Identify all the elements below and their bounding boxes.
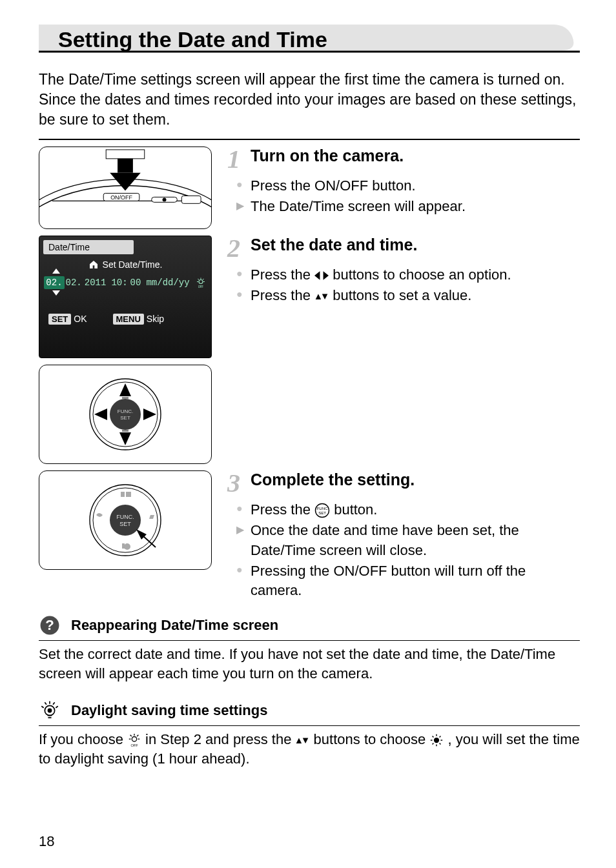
dst-off-icon: OFF	[127, 733, 141, 747]
divider	[39, 139, 580, 140]
menu-tag: MENU	[113, 314, 144, 325]
svg-marker-29	[323, 271, 329, 280]
svg-point-55	[132, 736, 136, 741]
svg-line-51	[56, 706, 57, 708]
dt-day: 02.	[65, 276, 83, 289]
intro-paragraph: The Date/Time settings screen will appea…	[39, 70, 580, 130]
svg-rect-27	[122, 430, 128, 432]
set-tag: SET	[48, 314, 71, 325]
step2-bullet1: Press the buttons to choose an option.	[251, 265, 580, 285]
text: Press the	[251, 287, 314, 303]
step3-bullet1: Press the FUNCSET button.	[251, 500, 580, 520]
divider	[39, 640, 580, 641]
home-icon	[88, 259, 99, 270]
step3-bullet3: Pressing the ON/OFF button will turn off…	[251, 561, 580, 601]
svg-line-70	[440, 736, 441, 737]
manual-page: Setting the Date and Time The Date/Time …	[0, 0, 616, 868]
skip-label: Skip	[147, 314, 164, 324]
step1-bullet2: The Date/Time screen will appear.	[251, 197, 580, 217]
svg-marker-62	[296, 738, 302, 743]
svg-marker-32	[322, 294, 327, 299]
text: Press the	[251, 501, 314, 518]
dt-menu-skip: MENUSkip	[113, 314, 165, 325]
section-title: Setting the Date and Time	[58, 27, 327, 52]
svg-text:SET: SET	[318, 511, 326, 515]
subheading-dst: Daylight saving time settings	[39, 700, 580, 722]
step2-bullet2: Press the buttons to set a value.	[251, 286, 580, 306]
dt-hour: 10:	[110, 276, 128, 289]
dpad-func-illustration: FUNC. SET	[39, 470, 212, 570]
subheading-reappearing: ? Reappearing Date/Time screen	[39, 614, 580, 636]
step-number-3: 3	[227, 470, 247, 496]
step-number-1: 1	[227, 146, 247, 172]
dt-month: 02.	[44, 276, 64, 289]
divider	[39, 725, 580, 726]
svg-point-19	[110, 399, 141, 430]
svg-rect-26	[122, 397, 128, 399]
ok-label: OK	[74, 314, 87, 324]
svg-point-0	[39, 186, 211, 229]
text: in Step 2 and press the	[145, 731, 295, 747]
svg-rect-6	[181, 196, 201, 204]
dt-minute: 00	[129, 276, 143, 289]
step1-bullet1: Press the ON/OFF button.	[251, 176, 580, 196]
svg-line-69	[433, 736, 434, 737]
step-1: ON/OFF 1 Turn on the camera. P	[39, 146, 580, 229]
svg-point-64	[434, 738, 439, 743]
svg-point-35	[110, 505, 141, 536]
svg-text:?: ?	[45, 617, 54, 633]
svg-text:FUNC.: FUNC.	[116, 514, 134, 520]
dt-set-label: Set Date/Time.	[103, 259, 163, 270]
svg-line-52	[45, 702, 46, 704]
subheading-label: Reappearing Date/Time screen	[71, 617, 278, 634]
dt-header: Date/Time	[43, 240, 134, 254]
text: buttons to choose	[314, 731, 430, 747]
text: button.	[334, 501, 377, 518]
up-down-icon	[314, 290, 329, 302]
svg-text:SET: SET	[120, 415, 130, 421]
svg-point-5	[163, 198, 167, 202]
svg-line-50	[41, 706, 43, 708]
svg-line-71	[433, 743, 434, 744]
svg-text:OFF: OFF	[198, 285, 203, 288]
sub1-body: Set the correct date and time. If you ha…	[39, 645, 580, 684]
subheading-label: Daylight saving time settings	[71, 702, 267, 719]
up-down-icon	[295, 734, 309, 746]
dpad-arrows-illustration: FUNC. SET	[39, 365, 212, 464]
text: If you choose	[39, 731, 127, 747]
svg-line-14	[198, 279, 199, 280]
svg-marker-28	[314, 271, 320, 280]
dt-set-ok: SETOK	[48, 314, 87, 325]
page-number: 18	[39, 833, 54, 850]
step-number-2: 2	[227, 236, 247, 261]
svg-text:SET: SET	[119, 521, 131, 527]
svg-rect-9	[106, 150, 145, 159]
text: buttons to set a value.	[333, 287, 471, 303]
sub2-body: If you choose OFF in Step 2 and press th…	[39, 730, 580, 769]
step-title-2: Set the date and time.	[251, 236, 417, 254]
hint-bulb-icon	[39, 700, 61, 722]
svg-text:FUNC.: FUNC.	[118, 409, 133, 414]
svg-line-72	[440, 743, 441, 744]
step-3: FUNC. SET 3 Complete the setting.	[39, 470, 580, 601]
func-set-icon: FUNCSET	[314, 503, 330, 518]
left-right-icon	[314, 270, 329, 281]
svg-text:OFF: OFF	[130, 743, 138, 747]
dt-year: 2011	[83, 276, 108, 289]
svg-marker-63	[303, 738, 308, 743]
dst-on-icon	[429, 733, 444, 747]
date-time-screen-illustration: Date/Time Set Date/Time. 02. 02. 2011 10…	[39, 236, 212, 358]
svg-line-59	[130, 735, 132, 736]
dt-values: 02. 02. 2011 10: 00 mm/dd/yy OFF	[39, 276, 211, 289]
svg-point-10	[199, 280, 203, 284]
svg-line-60	[137, 735, 138, 736]
svg-rect-40	[121, 492, 125, 497]
svg-line-53	[53, 702, 55, 704]
text: buttons to choose an option.	[333, 267, 511, 283]
step-title-3: Complete the setting.	[251, 470, 415, 489]
step-2: Date/Time Set Date/Time. 02. 02. 2011 10…	[39, 236, 580, 464]
dt-format: mm/dd/yy	[145, 276, 190, 289]
svg-line-15	[203, 279, 204, 280]
section-title-bar: Setting the Date and Time	[39, 23, 580, 58]
onoff-label: ON/OFF	[110, 195, 132, 201]
